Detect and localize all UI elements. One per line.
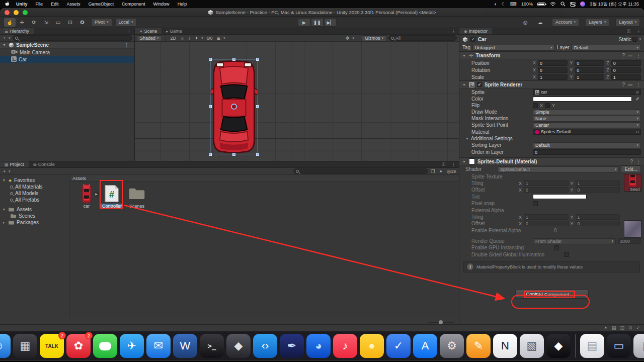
offset2-y-field[interactable]: 0: [576, 221, 620, 226]
zoom-window-button[interactable]: [23, 10, 28, 15]
local-toggle[interactable]: Local▾: [115, 18, 137, 27]
hierarchy-scene-row[interactable]: ▼ SampleScene ⋮: [0, 42, 134, 49]
dock-browser-icon[interactable]: ◕: [306, 334, 331, 358]
selection-handle[interactable]: [209, 105, 212, 108]
material-header[interactable]: ▼ Sprites-Default (Material) ? ⋮: [459, 157, 644, 165]
object-picker-icon[interactable]: ⊙: [635, 130, 639, 134]
transform-header[interactable]: ▼ ✛ Transform ? ≔ ⋮: [459, 51, 644, 59]
object-picker-icon[interactable]: ⊙: [635, 90, 639, 95]
menu-unity[interactable]: Unity: [12, 2, 32, 7]
flip-x-checkbox[interactable]: [533, 103, 538, 108]
hierarchy-add-button[interactable]: ＋: [2, 35, 7, 41]
tiling2-y-field[interactable]: 1: [576, 214, 620, 220]
tag-dropdown[interactable]: Untagged▾: [472, 45, 555, 51]
rect-tool-icon[interactable]: ▭: [52, 18, 64, 27]
wifi-icon[interactable]: [550, 2, 556, 7]
rotation-x-field[interactable]: 0: [538, 67, 568, 73]
selection-handle[interactable]: [256, 105, 259, 108]
dock-kakaotalk-icon[interactable]: TALK2: [40, 334, 64, 358]
audio-toggle-icon[interactable]: ♪: [187, 36, 192, 41]
additional-settings-label[interactable]: Additional Settings: [471, 136, 513, 141]
component-menu-icon[interactable]: ⋮: [636, 82, 641, 87]
scale-x-field[interactable]: 1: [538, 74, 568, 80]
scene-canvas[interactable]: [135, 42, 459, 161]
scene-menu-icon[interactable]: ⋮: [121, 42, 132, 48]
project-breadcrumb[interactable]: Assets: [69, 175, 459, 182]
cloud-icon[interactable]: ☁: [534, 18, 546, 27]
scene-menu-icon[interactable]: ⋮: [448, 28, 459, 34]
selection-handle[interactable]: [232, 153, 235, 156]
packages-folder-row[interactable]: ▸ Packages: [0, 219, 69, 226]
grid-caret[interactable]: ▾: [223, 36, 225, 40]
sprite-expander-icon[interactable]: ▶: [94, 191, 99, 197]
tab-console[interactable]: ☰ Console: [29, 161, 59, 167]
hierarchy-menu-icon[interactable]: ⋮: [124, 28, 134, 34]
foldout-icon[interactable]: ▼: [2, 43, 7, 47]
dock-mail-icon[interactable]: ✉: [146, 334, 171, 358]
offset2-x-field[interactable]: 0: [524, 221, 568, 226]
selection-handle[interactable]: [256, 58, 259, 61]
project-add-caret[interactable]: ▾: [9, 169, 11, 173]
dock-vscode-icon[interactable]: ‹›: [253, 334, 277, 358]
sprite-sort-point-dropdown[interactable]: Center▾: [533, 122, 641, 128]
moon-icon[interactable]: ☾: [502, 2, 506, 7]
color-swatch[interactable]: [533, 97, 632, 102]
asset-controller[interactable]: Controller: [101, 185, 123, 209]
menu-bar-clock[interactable]: 3월 10일 (화) 오후 11:35: [590, 1, 639, 8]
close-window-button[interactable]: [5, 10, 10, 15]
menu-window[interactable]: Window: [149, 2, 174, 7]
offset-x-field[interactable]: 0: [524, 187, 568, 193]
tab-scene[interactable]: ✦ Scene: [135, 28, 162, 34]
project-search[interactable]: [293, 168, 428, 174]
favorite-all-models[interactable]: All Models: [0, 190, 69, 197]
dock-unity-hub-icon[interactable]: ◆: [226, 334, 251, 358]
preview-icon[interactable]: ◎: [520, 18, 531, 27]
position-z-field[interactable]: 0: [611, 60, 641, 66]
hierarchy-add-caret[interactable]: ▾: [9, 36, 11, 40]
layout-dropdown[interactable]: Layout▾: [615, 18, 640, 27]
texture-select-button[interactable]: Select: [629, 188, 641, 191]
material-object-field[interactable]: ⬤ Sprites-Default ⊙: [533, 129, 641, 135]
dock-screen-window-icon[interactable]: ▭: [607, 334, 631, 358]
status-icon[interactable]: ▤: [612, 325, 616, 330]
tool-handle-icon[interactable]: ✥: [345, 36, 351, 41]
control-center-icon[interactable]: [570, 2, 576, 7]
component-menu-icon[interactable]: ⋮: [636, 53, 641, 58]
favorite-all-prefabs[interactable]: All Prefabs: [0, 197, 69, 203]
pixel-snap-checkbox[interactable]: [533, 201, 538, 206]
tab-hierarchy[interactable]: ☰ Hierarchy: [0, 28, 34, 34]
scale-z-field[interactable]: 1: [611, 74, 641, 80]
layer-dropdown[interactable]: Default▾: [572, 45, 641, 51]
help-icon[interactable]: ?: [622, 82, 625, 87]
active-checkbox[interactable]: ✓: [470, 37, 475, 42]
gameobject-name[interactable]: Car: [478, 37, 487, 42]
offset-y-field[interactable]: 0: [576, 187, 620, 193]
project-add-button[interactable]: ＋: [2, 168, 7, 174]
scale-y-field[interactable]: 1: [575, 74, 604, 80]
dock-todo-icon[interactable]: ✓: [386, 334, 411, 358]
project-search-input[interactable]: [300, 169, 426, 174]
tool-handle-caret[interactable]: ▾: [352, 36, 354, 40]
scenes-folder-row[interactable]: Scenes: [0, 213, 69, 219]
dock-paper-plane-icon[interactable]: ✈: [120, 334, 144, 358]
tiling2-x-field[interactable]: 1: [524, 214, 568, 220]
dock-settings-icon[interactable]: ⚙: [440, 334, 464, 358]
effects-toggle-icon[interactable]: ✦: [194, 36, 200, 41]
shader-dropdown[interactable]: Sprites/Default▾: [498, 166, 619, 172]
hidden-packages-icon[interactable]: ◎19: [446, 169, 457, 174]
asset-scenes[interactable]: Scenes: [126, 185, 148, 209]
sprite-texture-thumbnail[interactable]: Select: [624, 174, 641, 192]
inspector-menu-icon[interactable]: ⋮: [633, 28, 644, 34]
tab-project[interactable]: ▦ Project: [0, 161, 29, 167]
status-icon[interactable]: ✓: [636, 325, 640, 330]
selection-handle[interactable]: [232, 58, 235, 61]
shading-mode-dropdown[interactable]: Shaded▾: [137, 35, 162, 41]
dock-notion-icon[interactable]: N: [493, 334, 517, 358]
tiling-y-field[interactable]: 1: [576, 180, 620, 186]
position-x-field[interactable]: 0: [538, 60, 568, 66]
static-caret[interactable]: ▾: [639, 37, 641, 41]
order-in-layer-field[interactable]: 0: [533, 149, 641, 155]
tab-game[interactable]: ▸ Game: [162, 28, 187, 34]
spotlight-icon[interactable]: [560, 2, 566, 7]
display-icon[interactable]: ◐: [495, 2, 497, 7]
